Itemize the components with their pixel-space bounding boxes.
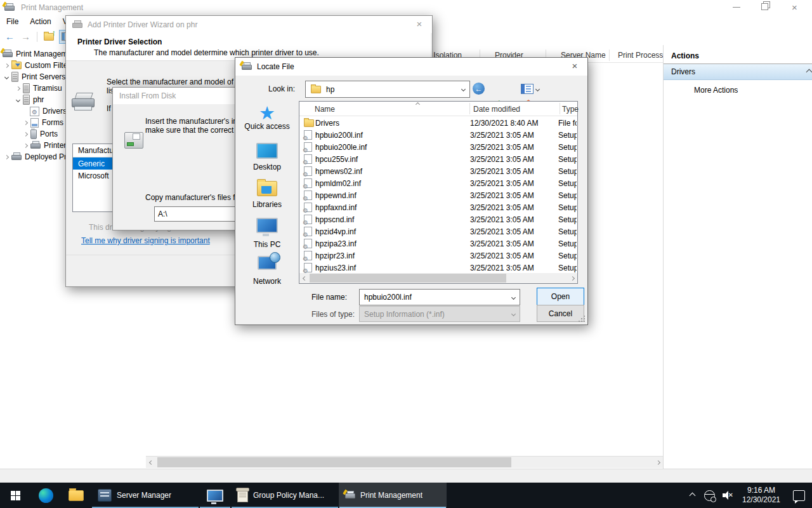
file-list-headers: Name Date modified Type	[299, 102, 577, 116]
collapse-section-icon[interactable]	[806, 69, 812, 75]
taskbar-explorer-button[interactable]	[61, 483, 91, 508]
inf-file-icon	[304, 154, 312, 164]
close-button[interactable]: ×	[792, 2, 797, 13]
wizard-subheading: The manufacturer and model determine whi…	[94, 48, 319, 57]
scroll-left-icon[interactable]	[299, 273, 310, 283]
server-icon	[23, 83, 30, 93]
wizard-heading: Printer Driver Selection	[77, 37, 162, 46]
expand-icon[interactable]	[23, 131, 28, 136]
file-list-hscrollbar[interactable]	[299, 273, 577, 283]
chevron-down-icon	[461, 87, 466, 91]
wizard-title: Add Printer Driver Wizard on phr	[88, 20, 197, 29]
folder-icon	[311, 86, 321, 93]
actions-section-drivers[interactable]: Drivers	[664, 64, 812, 80]
drivers-icon	[30, 107, 39, 116]
print-management-icon	[4, 3, 15, 12]
server-manager-icon	[98, 489, 112, 502]
resize-grip[interactable]	[584, 321, 585, 322]
column-print-processor[interactable]: Print Processor	[618, 51, 663, 60]
tray-show-hidden-icons[interactable]	[684, 483, 700, 508]
back-nav-icon[interactable]: ←	[473, 83, 485, 95]
tray-volume-icon[interactable]: ✕	[718, 483, 737, 508]
file-row[interactable]: hpbuio200l.inf3/25/2021 3:05 AMSetup Inf…	[300, 129, 577, 141]
tray-network-icon[interactable]	[700, 483, 718, 508]
driver-signing-link[interactable]: Tell me why driver signing is important	[81, 236, 210, 245]
look-in-combobox[interactable]: hp	[305, 81, 470, 98]
back-icon[interactable]: ←	[5, 31, 15, 42]
clock-date: 12/30/2021	[742, 495, 780, 505]
inf-file-icon	[304, 130, 312, 140]
list-hscrollbar[interactable]	[146, 456, 663, 468]
collapse-icon[interactable]	[16, 97, 20, 102]
file-row[interactable]: hpzius23.inf3/25/2021 3:05 AMSetup Infor…	[300, 262, 577, 274]
minimize-button[interactable]	[733, 7, 740, 8]
file-row[interactable]: hppfaxnd.inf3/25/2021 3:05 AMSetup Infor…	[300, 201, 577, 213]
column-separator	[469, 103, 470, 114]
forward-icon[interactable]: →	[21, 31, 30, 42]
desktop-icon	[256, 143, 278, 159]
column-separator	[560, 103, 560, 114]
wizard-titlebar: Add Printer Driver Wizard on phr ×	[66, 16, 432, 33]
file-row[interactable]: hpzipr23.inf3/25/2021 3:05 AMSetup Infor…	[300, 250, 577, 262]
scroll-left-icon[interactable]	[146, 457, 156, 468]
file-row[interactable]: hppewnd.inf3/25/2021 3:05 AMSetup Inform…	[300, 189, 577, 201]
place-libraries[interactable]: Libraries	[240, 181, 294, 209]
print-management-icon	[242, 62, 252, 71]
place-desktop[interactable]: Desktop	[240, 143, 294, 171]
file-row[interactable]: hpmews02.inf3/25/2021 3:05 AMSetup Infor…	[300, 165, 577, 177]
expand-icon[interactable]	[4, 154, 9, 159]
inf-file-icon	[304, 166, 312, 176]
column-separator	[609, 50, 610, 61]
open-button[interactable]: Open	[537, 288, 584, 305]
file-row[interactable]: hpcu255v.inf3/25/2021 3:05 AMSetup Infor…	[300, 153, 577, 165]
menu-file[interactable]: File	[6, 17, 18, 26]
place-network[interactable]: Network	[240, 256, 294, 286]
scroll-thumb[interactable]	[157, 457, 511, 467]
restore-button[interactable]	[761, 3, 768, 10]
file-row[interactable]: hpzipa23.inf3/25/2021 3:05 AMSetup Infor…	[300, 237, 577, 250]
inf-file-icon	[304, 215, 312, 224]
place-quick-access[interactable]: ★ Quick access	[240, 104, 294, 131]
speaker-muted-icon: ✕	[723, 491, 733, 500]
actions-panel: Actions Drivers More Actions	[663, 45, 812, 469]
scroll-right-icon[interactable]	[653, 457, 663, 468]
action-center-button[interactable]	[785, 483, 812, 508]
taskbar-edge-button[interactable]	[30, 483, 61, 508]
file-row[interactable]: hpmldm02.inf3/25/2021 3:05 AMSetup Infor…	[300, 177, 577, 189]
column-date-modified[interactable]: Date modified	[473, 105, 520, 114]
view-menu-icon[interactable]	[521, 84, 539, 94]
cancel-button[interactable]: Cancel	[537, 305, 584, 322]
more-actions-item[interactable]: More Actions	[664, 83, 812, 97]
file-row[interactable]: hpbuio200le.inf3/25/2021 3:05 AMSetup In…	[300, 141, 577, 153]
expand-icon[interactable]	[23, 120, 28, 124]
export-list-icon[interactable]: ↑	[44, 33, 54, 41]
file-row[interactable]: hpzid4vp.inf3/25/2021 3:05 AMSetup Infor…	[300, 225, 577, 237]
start-button[interactable]	[0, 483, 30, 508]
close-icon[interactable]: ×	[410, 18, 428, 30]
taskbar-server-manager-button[interactable]: Server Manager	[91, 483, 199, 508]
taskbar-print-management-button[interactable]: Print Management	[339, 483, 447, 508]
collapse-icon[interactable]	[4, 74, 9, 79]
scroll-thumb[interactable]	[310, 274, 506, 283]
column-name[interactable]: Name	[315, 105, 335, 114]
taskbar-mmc-button[interactable]	[199, 483, 231, 508]
column-type[interactable]: Type	[562, 105, 579, 114]
expand-icon[interactable]	[4, 63, 9, 67]
close-icon[interactable]: ×	[566, 60, 584, 72]
taskbar-group-policy-button[interactable]: Group Policy Mana...	[231, 483, 339, 508]
scroll-right-icon[interactable]	[567, 273, 577, 283]
action-center-icon	[793, 490, 805, 501]
locate-titlebar: Locate File ×	[235, 58, 587, 76]
menu-action[interactable]: Action	[30, 17, 51, 26]
file-row[interactable]: Drivers12/30/2021 8:40 AMFile folder	[300, 117, 577, 129]
place-this-pc[interactable]: This PC	[240, 218, 294, 249]
install-dialog-title: Install From Disk	[119, 91, 176, 100]
expand-icon[interactable]	[23, 143, 28, 147]
file-name-combobox[interactable]: hpbuio200l.inf	[359, 289, 520, 305]
file-row[interactable]: hppscnd.inf3/25/2021 3:05 AMSetup Inform…	[300, 213, 577, 225]
taskbar: Server Manager Group Policy Mana... Prin…	[0, 483, 812, 508]
clock-time: 9:16 AM	[747, 486, 775, 495]
expand-icon[interactable]	[16, 86, 20, 90]
tray-clock[interactable]: 9:16 AM 12/30/2021	[737, 483, 785, 508]
file-list: Name Date modified Type Drivers12/30/202…	[299, 101, 578, 284]
